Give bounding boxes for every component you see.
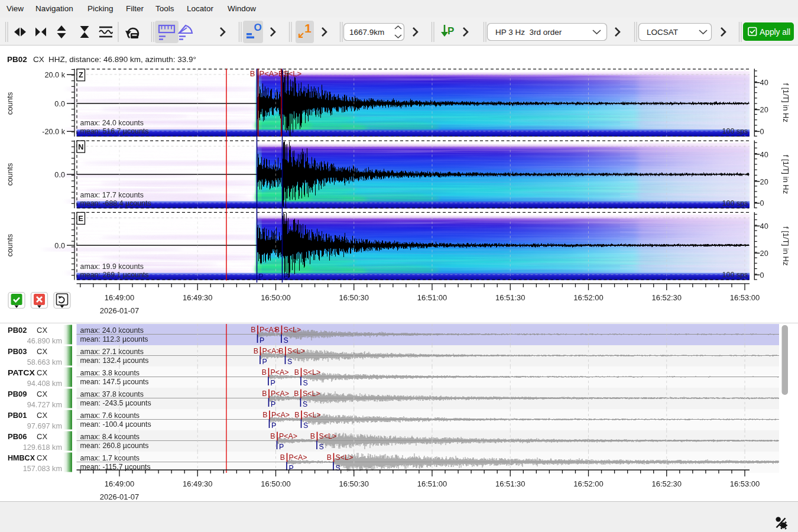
svg-text:mean: 132.4 µcounts: mean: 132.4 µcounts (80, 356, 149, 365)
svg-text:P: P (271, 379, 275, 387)
svg-text:CX: CX (33, 55, 44, 64)
svg-text:CX: CX (37, 326, 47, 335)
svg-text:HMBCX: HMBCX (8, 453, 35, 462)
svg-text:mean: -243.5 µcounts: mean: -243.5 µcounts (80, 399, 151, 407)
svg-text:B: B (250, 70, 255, 79)
svg-text:CX: CX (37, 411, 47, 420)
svg-text:N: N (78, 143, 83, 151)
svg-text:B: B (294, 411, 299, 419)
svg-text:100 sps: 100 sps (722, 271, 748, 279)
svg-text:f [1/T] in Hz: f [1/T] in Hz (781, 83, 790, 122)
svg-text:S<L>: S<L> (336, 453, 353, 462)
svg-text:HP 3 Hz 3rd order: HP 3 Hz 3rd order (495, 28, 562, 37)
svg-text:40: 40 (760, 151, 768, 159)
svg-text:129.618 km: 129.618 km (23, 443, 62, 452)
svg-text:20: 20 (760, 178, 768, 186)
svg-text:CX: CX (37, 432, 47, 441)
svg-text:B: B (278, 347, 283, 355)
svg-text:amax: 24.0 kcounts: amax: 24.0 kcounts (80, 119, 144, 127)
svg-text:HHZ, distance: 46.890 km, azim: HHZ, distance: 46.890 km, azimuth: 33.9° (48, 55, 196, 64)
svg-text:S<L>: S<L> (303, 411, 321, 419)
svg-text:B: B (254, 347, 258, 355)
svg-text:S: S (303, 400, 307, 408)
svg-text:amax: 3.8 kcounts: amax: 3.8 kcounts (80, 369, 140, 377)
svg-text:amax: 17.7 kcounts: amax: 17.7 kcounts (80, 191, 144, 199)
svg-text:CX: CX (37, 347, 47, 356)
svg-text:B: B (270, 432, 275, 440)
svg-text:S: S (303, 421, 308, 430)
svg-text:P: P (271, 421, 276, 430)
svg-text:P: P (279, 443, 284, 451)
svg-text:20.0 k: 20.0 k (44, 71, 65, 79)
svg-text:94.727 km: 94.727 km (27, 401, 62, 409)
svg-text:f [1/T] in Hz: f [1/T] in Hz (781, 155, 790, 194)
svg-text:0: 0 (760, 128, 764, 136)
svg-text:P: P (271, 400, 275, 408)
svg-text:100 sps: 100 sps (722, 199, 748, 207)
svg-text:S<L>: S<L> (303, 368, 321, 377)
svg-text:CX: CX (37, 368, 47, 377)
svg-text:-20.0 k: -20.0 k (42, 128, 65, 136)
svg-text:mean: 269.1 µcounts: mean: 269.1 µcounts (80, 271, 149, 279)
svg-text:1: 1 (304, 21, 312, 35)
svg-text:16:50:30: 16:50:30 (339, 293, 369, 302)
svg-text:16:53:00: 16:53:00 (730, 293, 760, 302)
svg-text:B: B (294, 368, 299, 377)
svg-text:S: S (319, 443, 324, 451)
svg-text:P<A>: P<A> (279, 432, 297, 440)
svg-text:97.697 km: 97.697 km (27, 422, 62, 430)
svg-text:16:50:00: 16:50:00 (261, 293, 291, 302)
svg-text:16:52:00: 16:52:00 (573, 293, 604, 302)
svg-text:2026-01-07: 2026-01-07 (100, 492, 140, 501)
svg-text:B: B (262, 390, 267, 398)
svg-text:157.083 km: 157.083 km (23, 465, 62, 473)
svg-text:P<A>: P<A> (271, 411, 290, 419)
svg-text:P<A>B: P<A>B (259, 70, 284, 79)
svg-text:mean: 516.7 µcounts: mean: 516.7 µcounts (80, 127, 149, 135)
svg-text:58.663 km: 58.663 km (27, 358, 62, 366)
svg-text:S: S (303, 379, 308, 387)
svg-text:amax: 1.7 kcounts: amax: 1.7 kcounts (80, 454, 140, 462)
svg-text:S<L>: S<L> (283, 70, 301, 79)
svg-text:CX: CX (37, 453, 47, 462)
svg-text:amax: 27.1 kcounts: amax: 27.1 kcounts (80, 348, 144, 356)
svg-text:P: P (289, 464, 294, 472)
svg-text:16:51:30: 16:51:30 (495, 479, 525, 488)
svg-text:Z: Z (79, 72, 83, 80)
svg-text:mean: -688.4 µcounts: mean: -688.4 µcounts (80, 199, 151, 207)
svg-text:amax: 19.9 kcounts: amax: 19.9 kcounts (80, 262, 144, 271)
svg-text:P: P (262, 358, 267, 366)
svg-text:B: B (280, 453, 285, 462)
svg-text:16:52:30: 16:52:30 (651, 479, 682, 488)
svg-text:94.408 km: 94.408 km (27, 379, 62, 388)
svg-text:100 sps: 100 sps (722, 127, 748, 135)
svg-text:0.0: 0.0 (54, 242, 65, 250)
svg-text:16:49:00: 16:49:00 (105, 479, 135, 488)
svg-text:46.890 km: 46.890 km (27, 337, 62, 345)
svg-text:16:49:30: 16:49:30 (183, 293, 213, 302)
svg-text:O: O (254, 22, 261, 33)
svg-text:20: 20 (760, 249, 768, 258)
svg-text:S: S (284, 336, 288, 345)
svg-text:40: 40 (760, 222, 768, 231)
svg-text:PB09: PB09 (8, 390, 27, 398)
svg-text:16:53:00: 16:53:00 (730, 479, 760, 488)
svg-text:P: P (259, 336, 264, 345)
svg-text:P<A>: P<A> (271, 390, 289, 398)
svg-text:40: 40 (760, 79, 768, 87)
svg-text:0.0: 0.0 (54, 171, 65, 179)
svg-text:2026-01-07: 2026-01-07 (100, 306, 140, 315)
svg-text:B: B (310, 432, 315, 440)
svg-text:mean: 112.3 µcounts: mean: 112.3 µcounts (80, 335, 148, 343)
svg-text:LOCSAT: LOCSAT (647, 28, 678, 37)
svg-text:16:51:00: 16:51:00 (417, 479, 447, 488)
svg-text:mean: 260.8 µcounts: mean: 260.8 µcounts (80, 442, 149, 450)
svg-text:B: B (262, 368, 267, 377)
svg-text:amax: 37.8 kcounts: amax: 37.8 kcounts (80, 390, 144, 398)
svg-text:16:51:30: 16:51:30 (495, 293, 525, 302)
svg-text:16:50:30: 16:50:30 (339, 479, 369, 488)
svg-text:S: S (336, 464, 340, 472)
svg-text:amax: 24.0 kcounts: amax: 24.0 kcounts (80, 326, 144, 335)
svg-text:16:49:00: 16:49:00 (105, 293, 135, 302)
svg-text:0: 0 (760, 199, 764, 207)
